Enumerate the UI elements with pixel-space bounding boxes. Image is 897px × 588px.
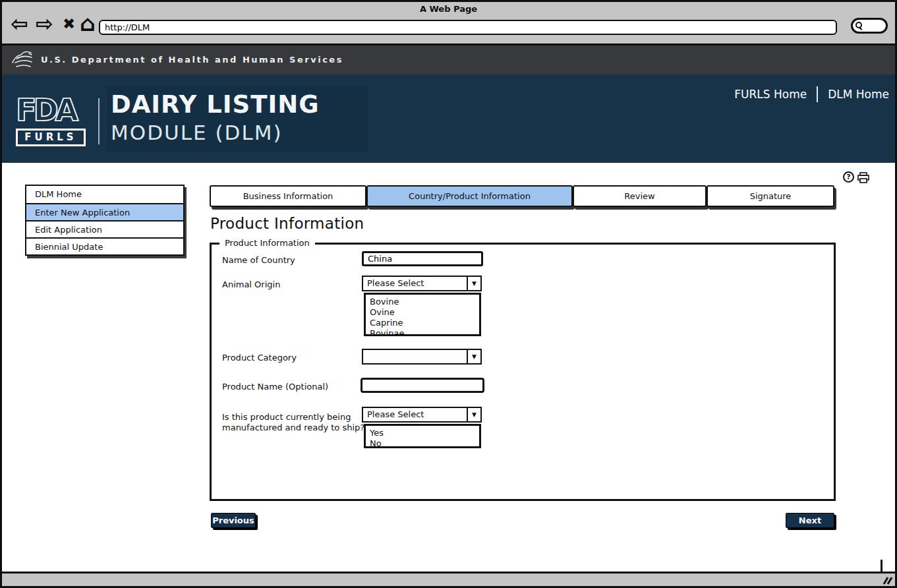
product-information-fieldset: Product Information Name of Country Anim… bbox=[210, 243, 836, 501]
ready-to-ship-selected-value: Please Select bbox=[363, 408, 467, 421]
app-header: FDA FURLS DAIRY LISTING MODULE (DLM) FUR… bbox=[0, 74, 897, 163]
url-input[interactable] bbox=[99, 20, 837, 35]
tab-review[interactable]: Review bbox=[573, 185, 707, 207]
svg-text:FDA: FDA bbox=[16, 93, 79, 126]
tab-business-information[interactable]: Business Information bbox=[210, 185, 366, 207]
header-nav: FURLS Home DLM Home bbox=[734, 86, 889, 102]
name-of-country-label: Name of Country bbox=[222, 255, 295, 265]
next-button[interactable]: Next bbox=[786, 513, 834, 528]
chevron-down-icon[interactable]: ▼ bbox=[467, 277, 480, 290]
window-title: A Web Page bbox=[0, 0, 897, 14]
header-divider bbox=[98, 98, 100, 144]
gov-bar-label: U.S. Department of Health and Human Serv… bbox=[41, 45, 343, 74]
product-category-dropdown[interactable]: ▼ bbox=[362, 349, 482, 365]
fieldset-legend: Product Information bbox=[219, 238, 315, 248]
animal-origin-dropdown[interactable]: Please Select ▼ bbox=[362, 276, 482, 291]
option-yes[interactable]: Yes bbox=[366, 428, 479, 438]
browser-bottom-bar bbox=[0, 572, 897, 588]
sidebar-menu: DLM Home Enter New Application Edit Appl… bbox=[25, 185, 185, 256]
sidebar-item-edit-application[interactable]: Edit Application bbox=[26, 220, 183, 237]
chevron-down-icon[interactable]: ▼ bbox=[467, 408, 480, 421]
tab-country-product-information[interactable]: Country/Product Information bbox=[366, 185, 573, 207]
tab-signature[interactable]: Signature bbox=[707, 185, 834, 207]
hhs-eagle-icon bbox=[11, 49, 37, 71]
animal-origin-selected-value: Please Select bbox=[363, 277, 467, 290]
option-no[interactable]: No bbox=[366, 438, 479, 448]
home-icon[interactable]: ⌂ bbox=[80, 13, 96, 34]
animal-origin-label: Animal Origin bbox=[222, 279, 280, 289]
option-bovinae[interactable]: Bovinae bbox=[366, 328, 479, 336]
resize-corner-notch bbox=[881, 560, 883, 572]
ready-to-ship-label-line1: Is this product currently being bbox=[222, 412, 351, 422]
product-category-selected-value bbox=[363, 350, 467, 363]
search-icon bbox=[855, 22, 862, 28]
help-icon[interactable]: ? bbox=[843, 171, 854, 183]
product-category-label: Product Category bbox=[222, 353, 297, 363]
ready-to-ship-label-line2: manufactured and ready to ship? bbox=[222, 423, 364, 432]
fda-logo: FDA bbox=[14, 93, 87, 126]
print-icon[interactable] bbox=[857, 172, 869, 183]
option-bovine[interactable]: Bovine bbox=[366, 297, 479, 307]
close-icon[interactable]: ✖ bbox=[63, 16, 75, 32]
app-title-line2: MODULE (DLM) bbox=[111, 121, 283, 144]
sidebar-item-enter-new-application[interactable]: Enter New Application bbox=[26, 203, 183, 220]
option-ovine[interactable]: Ovine bbox=[366, 307, 479, 318]
chevron-down-icon[interactable]: ▼ bbox=[467, 350, 480, 363]
name-of-country-input[interactable] bbox=[362, 251, 483, 266]
forward-icon[interactable]: ⇨ bbox=[36, 13, 53, 34]
product-name-label: Product Name (Optional) bbox=[222, 382, 328, 392]
animal-origin-option-list: Bovine Ovine Caprine Bovinae bbox=[364, 293, 481, 336]
previous-button[interactable]: Previous bbox=[211, 513, 256, 528]
gov-bar: U.S. Department of Health and Human Serv… bbox=[0, 45, 897, 74]
header-nav-divider bbox=[817, 86, 818, 102]
resize-grip-icon[interactable] bbox=[881, 576, 893, 585]
sidebar-item-biennial-update[interactable]: Biennial Update bbox=[26, 237, 183, 254]
ready-to-ship-dropdown[interactable]: Please Select ▼ bbox=[362, 407, 482, 423]
search-input[interactable] bbox=[851, 18, 888, 34]
furls-home-link[interactable]: FURLS Home bbox=[734, 88, 807, 101]
furls-logo: FURLS bbox=[16, 129, 86, 146]
app-title-line1: DAIRY LISTING bbox=[111, 90, 320, 119]
page-title: Product Information bbox=[210, 215, 364, 232]
ready-to-ship-option-list: Yes No bbox=[364, 424, 481, 448]
product-name-input[interactable] bbox=[361, 378, 484, 393]
sidebar-item-dlm-home[interactable]: DLM Home bbox=[26, 186, 183, 203]
dlm-home-link[interactable]: DLM Home bbox=[828, 88, 889, 101]
back-icon[interactable]: ⇦ bbox=[11, 13, 28, 34]
option-caprine[interactable]: Caprine bbox=[366, 318, 479, 328]
browser-chrome: A Web Page ⇦ ⇨ ✖ ⌂ bbox=[0, 0, 897, 45]
wizard-tabs: Business Information Country/Product Inf… bbox=[210, 185, 834, 207]
